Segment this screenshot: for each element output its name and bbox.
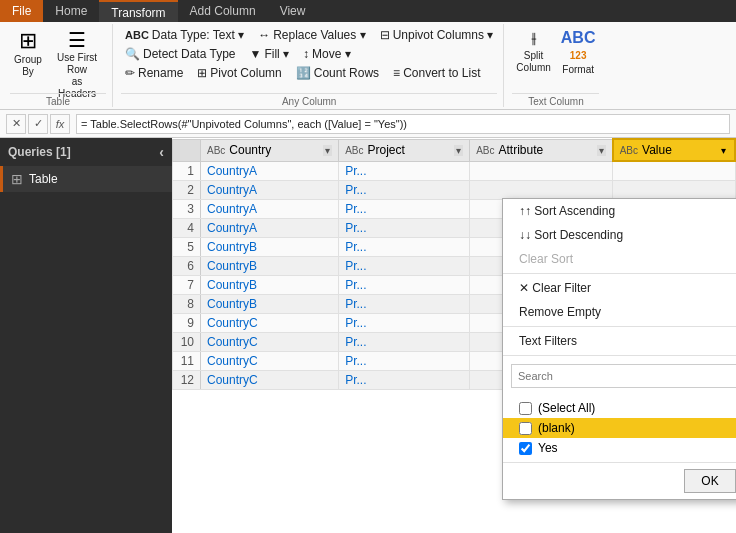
use-first-row-icon: ☰ [68,30,86,50]
filter-btn-value[interactable]: ▾ [719,145,728,156]
count-rows-icon: 🔢 [296,66,311,80]
sidebar-header: Queries [1] ‹ [0,138,172,166]
cell-project: Pr... [339,180,470,199]
sort-desc-label: Sort Descending [534,228,623,242]
col-label-value: Value [642,143,672,157]
select-all-label: (Select All) [538,401,595,415]
ribbon-group-any-col-label: Any Column [121,93,497,107]
format-button[interactable]: ABC123 Format [557,26,600,88]
use-first-row-button[interactable]: ☰ Use First Rowas Headers [48,26,106,88]
sort-descending-item[interactable]: ↓↓ Sort Descending [503,223,736,247]
move-button[interactable]: ↕ Move ▾ [299,45,355,63]
cell-country: CountryC [201,332,339,351]
text-filters-item[interactable]: Text Filters › [503,329,736,353]
cell-project: Pr... [339,218,470,237]
detect-icon: 🔍 [125,47,140,61]
filter-btn-country[interactable]: ▾ [323,145,332,156]
yes-label: Yes [538,441,558,455]
ok-button[interactable]: OK [684,469,735,493]
sidebar-toggle-button[interactable]: ‹ [159,144,164,160]
search-input[interactable] [511,364,736,388]
pivot-label: Pivot Column [210,66,281,80]
fill-icon: ▼ [250,47,262,61]
file-menu[interactable]: File [0,0,43,22]
replace-values-icon: ↔ [258,28,270,42]
cell-country: CountryC [201,351,339,370]
select-all-checkbox[interactable] [519,402,532,415]
dropdown-footer: OK Cancel [503,462,736,499]
cell-country: CountryA [201,180,339,199]
table-row: 2 CountryA Pr... [173,180,736,199]
menu-bar: File Home Transform Add Column View [0,0,736,22]
format-label: Format [562,64,594,76]
cell-country: CountryA [201,199,339,218]
ribbon: ⊞ GroupBy ☰ Use First Rowas Headers Tabl… [0,22,736,110]
fill-button[interactable]: ▼ Fill ▾ [246,45,294,63]
remove-empty-label: Remove Empty [519,305,601,319]
cell-country: CountryB [201,275,339,294]
count-rows-label: Count Rows [314,66,379,80]
col-header-attribute: ABc Attribute ▾ [470,139,613,161]
row-num: 4 [173,218,201,237]
cell-country: CountryC [201,313,339,332]
data-type-button[interactable]: ABC Data Type: Text ▾ [121,26,248,44]
cell-country: CountryB [201,294,339,313]
cell-project: Pr... [339,199,470,218]
checkbox-list: (Select All) (blank) Yes [503,394,736,462]
cell-project: Pr... [339,256,470,275]
fx-button[interactable]: fx [50,114,70,134]
tab-add-column[interactable]: Add Column [178,0,268,22]
sidebar-item-table[interactable]: ⊞ Table [0,166,172,192]
table-row: 1 CountryA Pr... [173,161,736,180]
row-num: 3 [173,199,201,218]
ribbon-group-any-column: ABC Data Type: Text ▾ ↔ Replace Values ▾… [115,24,504,107]
cell-country: CountryC [201,370,339,389]
tab-view[interactable]: View [268,0,318,22]
convert-list-label: Convert to List [403,66,480,80]
convert-list-icon: ≡ [393,66,400,80]
content-area: ABc Country ▾ ABc Project ▾ [172,138,736,533]
col-label-project: Project [368,143,405,157]
row-num: 6 [173,256,201,275]
group-by-icon: ⊞ [19,30,37,52]
checkbox-yes[interactable]: Yes [503,438,736,458]
col-header-project: ABc Project ▾ [339,139,470,161]
count-rows-button[interactable]: 🔢 Count Rows [292,64,383,82]
split-column-button[interactable]: ⫲ SplitColumn [512,26,554,88]
yes-checkbox[interactable] [519,442,532,455]
filter-btn-attribute[interactable]: ▾ [597,145,606,156]
move-label: Move ▾ [312,47,351,61]
col-header-value: ABc Value ▾ [613,139,735,161]
clear-filter-item[interactable]: ✕ Clear Filter [503,276,736,300]
blank-checkbox[interactable] [519,422,532,435]
sort-asc-icon: ↑↑ [519,204,534,218]
pivot-column-button[interactable]: ⊞ Pivot Column [193,64,285,82]
clear-filter-label: Clear Filter [532,281,591,295]
unpivot-icon: ⊟ [380,28,390,42]
sort-ascending-item[interactable]: ↑↑ Sort Ascending [503,199,736,223]
convert-list-button[interactable]: ≡ Convert to List [389,64,484,82]
filter-btn-project[interactable]: ▾ [454,145,463,156]
unpivot-columns-button[interactable]: ⊟ Unpivot Columns ▾ [376,26,498,44]
tab-home[interactable]: Home [43,0,99,22]
detect-data-type-button[interactable]: 🔍 Detect Data Type [121,45,240,63]
clear-sort-item[interactable]: Clear Sort [503,247,736,271]
confirm-formula-button[interactable]: ✓ [28,114,48,134]
format-icon: ABC123 [561,30,596,62]
data-type-icon: ABC [125,29,149,41]
rename-button[interactable]: ✏ Rename [121,64,187,82]
cancel-formula-button[interactable]: ✕ [6,114,26,134]
remove-empty-item[interactable]: Remove Empty [503,300,736,324]
checkbox-blank[interactable]: (blank) [503,418,736,438]
cell-country: CountryA [201,218,339,237]
tab-transform[interactable]: Transform [99,0,177,22]
formula-input[interactable] [76,114,730,134]
ribbon-group-text-column: ⫲ SplitColumn ABC123 Format Text Column [506,24,605,107]
replace-values-button[interactable]: ↔ Replace Values ▾ [254,26,370,44]
main-layout: Queries [1] ‹ ⊞ Table ABc Country ▾ [0,138,736,533]
group-by-button[interactable]: ⊞ GroupBy [10,26,46,88]
blank-label: (blank) [538,421,575,435]
col-label-country: Country [229,143,271,157]
checkbox-select-all[interactable]: (Select All) [503,398,736,418]
cell-project: Pr... [339,313,470,332]
